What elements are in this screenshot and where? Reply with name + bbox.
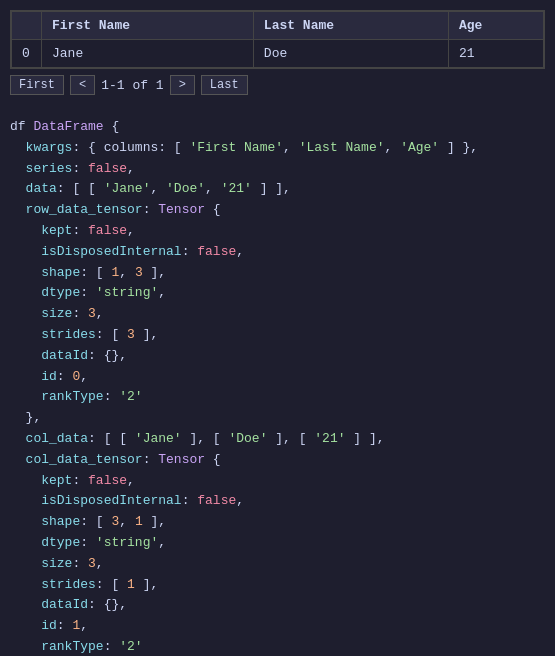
table-row: 0 Jane Doe 21 [12, 40, 544, 68]
table-header-age: Age [448, 12, 543, 40]
table-header-first-name: First Name [42, 12, 254, 40]
row-first-name: Jane [42, 40, 254, 68]
pagination-bar: First < 1-1 of 1 > Last [0, 69, 555, 101]
table-header-row: First Name Last Name Age [12, 12, 544, 40]
next-page-button[interactable]: > [170, 75, 195, 95]
code-block: df DataFrame { kwargs: { columns: [ 'Fir… [10, 117, 545, 656]
last-page-button[interactable]: Last [201, 75, 248, 95]
table-header-index [12, 12, 42, 40]
row-last-name: Doe [253, 40, 448, 68]
first-page-button[interactable]: First [10, 75, 64, 95]
row-age: 21 [448, 40, 543, 68]
row-index: 0 [12, 40, 42, 68]
table-header-last-name: Last Name [253, 12, 448, 40]
page-info: 1-1 of 1 [101, 78, 163, 93]
prev-page-button[interactable]: < [70, 75, 95, 95]
data-table: First Name Last Name Age 0 Jane Doe 21 [11, 11, 544, 68]
table-container: First Name Last Name Age 0 Jane Doe 21 [10, 10, 545, 69]
